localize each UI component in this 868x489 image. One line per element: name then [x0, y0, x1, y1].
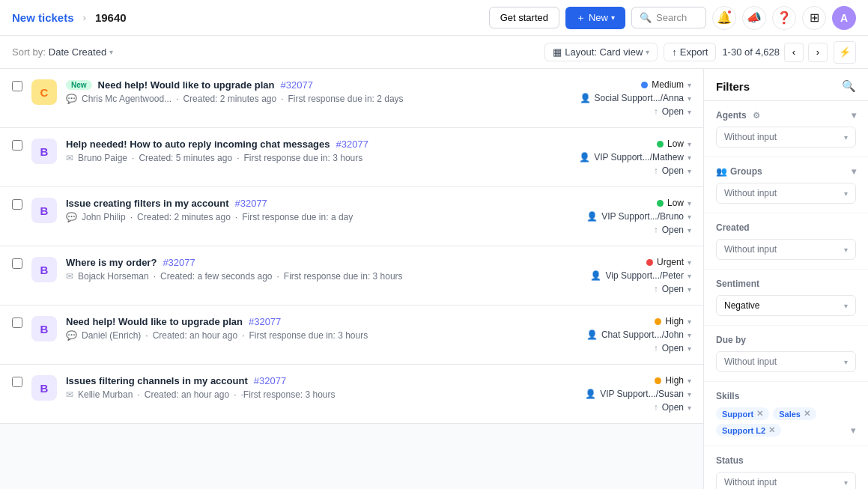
pagination: 1-30 of 4,628 ‹ ›: [722, 43, 828, 62]
skill-tag-remove-1[interactable]: ✕: [804, 409, 810, 419]
filter-select-due_by[interactable]: Without input ▾: [716, 351, 856, 372]
search-button[interactable]: 🔍 Search: [631, 7, 706, 28]
ticket-meta-5: ✉ Kellie Murban · Created: an hour ago ·…: [66, 389, 532, 400]
checkbox-input-1[interactable]: [12, 140, 22, 151]
ticket-checkbox-5[interactable]: [12, 375, 22, 413]
skill-tag-2[interactable]: Support L2 ✕: [716, 424, 781, 437]
table-row: B Where is my order? #32077 ✉ Bojack Hor…: [0, 246, 703, 306]
get-started-button[interactable]: Get started: [489, 7, 559, 28]
ticket-right-4: High ▾ 👤 Chat Support.../John ▾ ↑ Open ▾: [541, 316, 691, 353]
checkbox-input-3[interactable]: [12, 258, 22, 269]
ticket-priority-0[interactable]: Medium ▾: [641, 79, 691, 90]
filter-select-created[interactable]: Without input ▾: [716, 239, 856, 260]
export-button[interactable]: ↑ Export: [664, 43, 716, 61]
ticket-title-3[interactable]: Where is my order?: [66, 257, 157, 268]
ticket-checkbox-2[interactable]: [12, 198, 22, 235]
ticket-separator-3: ·: [154, 271, 156, 282]
ticket-team-5[interactable]: 👤 VIP Support.../Susan ▾: [585, 389, 691, 399]
next-page-button[interactable]: ›: [808, 43, 828, 62]
filter-select-chevron-sentiment: ▾: [844, 302, 848, 310]
ticket-status-1[interactable]: ↑ Open ▾: [654, 165, 691, 176]
ticket-created-3: Created: a few seconds ago: [160, 271, 272, 282]
toolbar: Sort by: Date Created ▾ ▦ Layout: Card v…: [0, 36, 868, 69]
avatar[interactable]: A: [832, 6, 856, 30]
ticket-title-5[interactable]: Issues filtering channels in my account: [66, 375, 248, 386]
filter-select-groups[interactable]: Without input ▾: [716, 183, 856, 204]
ticket-checkbox-3[interactable]: [12, 257, 22, 294]
filter-select-value-groups: Without input: [724, 188, 777, 198]
filter-section-chevron-groups[interactable]: ▾: [852, 166, 856, 177]
ticket-team-3[interactable]: 👤 Vip Support.../Peter ▾: [590, 270, 691, 281]
filter-select-chevron-due_by: ▾: [844, 358, 848, 366]
checkbox-input-4[interactable]: [12, 318, 22, 328]
ticket-id-1[interactable]: #32077: [336, 139, 368, 150]
ticket-priority-4[interactable]: High ▾: [655, 316, 691, 326]
ticket-id-4[interactable]: #32077: [249, 316, 281, 327]
ticket-priority-5[interactable]: High ▾: [655, 375, 691, 386]
meta-icon-2: 💬: [66, 212, 77, 222]
ticket-team-1[interactable]: 👤 VIP Support.../Mathew ▾: [579, 152, 691, 163]
prev-page-button[interactable]: ‹: [784, 43, 804, 62]
skill-tag-remove-0[interactable]: ✕: [756, 409, 763, 419]
filter-section-skills: Skills Support ✕ Sales ✕ Support L2: [704, 382, 868, 446]
ticket-team-0[interactable]: 👤 Social Support.../Anna ▾: [580, 93, 691, 103]
ticket-separator2-3: ·: [277, 271, 279, 282]
skills-chevron-icon[interactable]: ▾: [851, 425, 856, 436]
checkbox-input-0[interactable]: [12, 81, 22, 91]
ticket-title-0[interactable]: Need help! Would like to upgrade plan: [98, 79, 275, 91]
filter-section-chevron-agents[interactable]: ▾: [852, 110, 856, 121]
checkbox-input-5[interactable]: [12, 377, 22, 387]
layout-button[interactable]: ▦ Layout: Card view ▾: [544, 43, 658, 61]
ticket-team-4[interactable]: 👤 Chat Support.../John ▾: [586, 329, 691, 340]
ticket-priority-3[interactable]: Urgent ▾: [646, 257, 691, 267]
ticket-checkbox-1[interactable]: [12, 139, 22, 176]
ticket-status-2[interactable]: ↑ Open ▾: [654, 225, 691, 235]
apps-button[interactable]: ⊞: [802, 6, 826, 30]
ticket-created-1: Created: 5 minutes ago: [139, 153, 232, 163]
skill-tag-0[interactable]: Support ✕: [716, 407, 769, 420]
ticket-right-3: Urgent ▾ 👤 Vip Support.../Peter ▾ ↑ Open…: [541, 257, 691, 294]
filter-select-status[interactable]: Without input ▾: [716, 472, 856, 489]
team-chevron-1: ▾: [688, 154, 691, 162]
filter-select-agents[interactable]: Without input ▾: [716, 127, 856, 148]
ticket-id-3[interactable]: #32077: [163, 257, 195, 268]
priority-chevron-2: ▾: [688, 199, 691, 207]
ticket-priority-1[interactable]: Low ▾: [657, 139, 691, 149]
ticket-avatar-1: B: [31, 139, 57, 164]
ticket-status-4[interactable]: ↑ Open ▾: [654, 343, 691, 353]
status-icon-5: ↑: [654, 402, 658, 413]
layout-chevron-icon: ▾: [646, 48, 649, 56]
ticket-title-1[interactable]: Help needed! How to auto reply incoming …: [66, 139, 330, 150]
skill-tag-remove-2[interactable]: ✕: [768, 425, 775, 435]
ticket-status-5[interactable]: ↑ Open ▾: [654, 402, 691, 413]
skill-tag-1[interactable]: Sales ✕: [773, 407, 816, 420]
help-button[interactable]: ❓: [772, 6, 796, 30]
notifications-button[interactable]: 🔔: [712, 6, 736, 30]
ticket-id-2[interactable]: #32077: [234, 198, 267, 209]
new-button[interactable]: ＋ New ▾: [565, 7, 625, 29]
ticket-title-4[interactable]: Need help! Would like to upgrade plan: [66, 316, 243, 327]
checkbox-input-2[interactable]: [12, 199, 22, 210]
ticket-title-2[interactable]: Issue creating filters in my account: [66, 198, 228, 209]
ticket-priority-2[interactable]: Low ▾: [657, 198, 691, 208]
filters-search-icon[interactable]: 🔍: [842, 79, 856, 93]
announcement-button[interactable]: 📣: [742, 6, 766, 30]
grid-icon: ⊞: [810, 10, 819, 25]
filter-button[interactable]: ⚡: [834, 41, 856, 64]
filter-label-skills: Skills: [716, 391, 856, 401]
ticket-checkbox-0[interactable]: [12, 79, 22, 117]
ticket-team-2[interactable]: 👤 VIP Support.../Bruno ▾: [586, 211, 691, 222]
ticket-avatar-0: C: [31, 79, 57, 105]
sort-button[interactable]: Sort by: Date Created ▾: [12, 46, 113, 58]
ticket-id-0[interactable]: #32077: [281, 79, 313, 91]
ticket-status-0[interactable]: ↑ Open ▾: [654, 106, 691, 117]
topbar-new-tickets[interactable]: New tickets: [12, 11, 74, 24]
ticket-checkbox-4[interactable]: [12, 316, 22, 353]
ticket-status-3[interactable]: ↑ Open ▾: [654, 284, 691, 294]
ticket-badge-0: New: [66, 80, 92, 90]
meta-icon-5: ✉: [66, 389, 73, 400]
filter-select-sentiment[interactable]: Negative ▾: [716, 295, 856, 316]
ticket-due-1: First response due in: 3 hours: [243, 153, 362, 163]
ticket-id-5[interactable]: #32077: [254, 375, 286, 386]
ticket-separator-4: ·: [145, 330, 148, 341]
